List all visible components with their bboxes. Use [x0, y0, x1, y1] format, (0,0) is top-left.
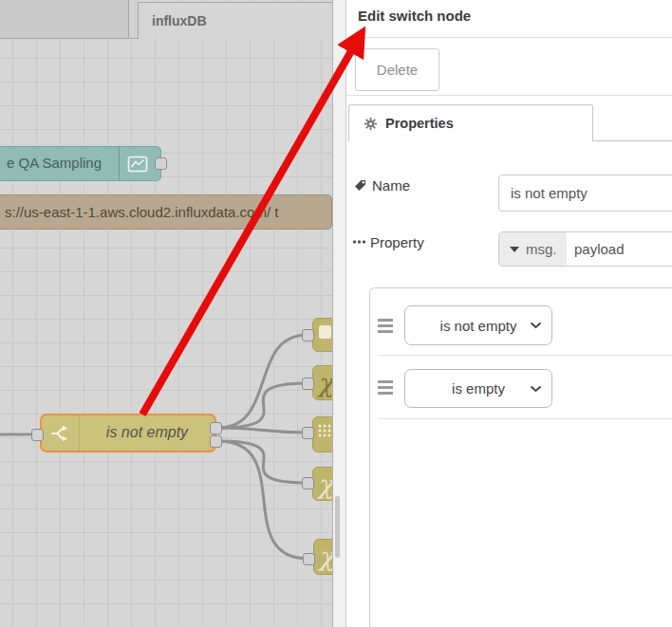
- switch-output-port-2[interactable]: [210, 435, 222, 448]
- gear-icon: [364, 117, 378, 131]
- switch-icon: [42, 415, 80, 451]
- ellipsis-icon: [352, 239, 367, 245]
- name-input[interactable]: [498, 175, 672, 212]
- flow-canvas[interactable]: influxDB e QA Sampling s://us-east-1-1.a…: [0, 0, 333, 627]
- chi-icon: χ: [318, 471, 333, 497]
- side-node-4-port[interactable]: [302, 477, 314, 489]
- side-node-1[interactable]: [312, 318, 333, 352]
- property-value-input[interactable]: payload: [567, 232, 625, 266]
- wire[interactable]: [218, 383, 308, 428]
- property-type-button[interactable]: msg.: [499, 232, 567, 266]
- switch-input-port[interactable]: [31, 429, 44, 441]
- property-typed-input: msg. payload: [498, 231, 672, 267]
- rule-operator-select-1[interactable]: is not empty: [404, 305, 552, 345]
- workspace-tab-gap: [129, 0, 138, 39]
- switch-node-label: is not empty: [80, 424, 215, 441]
- wire[interactable]: [218, 335, 308, 428]
- delete-button[interactable]: Delete: [355, 48, 439, 91]
- name-label: Name: [372, 177, 410, 194]
- workspace-tab-influxdb[interactable]: influxDB: [138, 2, 333, 39]
- workspace-tab-hidden[interactable]: [0, 0, 129, 39]
- dialog-title: Edit switch node: [358, 8, 471, 24]
- tab-properties-label: Properties: [385, 116, 454, 131]
- property-label: Property: [370, 234, 424, 250]
- tag-icon: [353, 178, 367, 193]
- influxdb-node[interactable]: s://us-east-1-1.aws.cloud2.influxdata.co…: [0, 194, 332, 230]
- chi-icon: χ: [318, 370, 333, 396]
- chart-node[interactable]: e QA Sampling: [0, 146, 161, 181]
- side-node-4[interactable]: χ: [312, 467, 333, 501]
- divider: [346, 95, 672, 96]
- side-node-2[interactable]: χ: [312, 365, 333, 400]
- chevron-down-icon: [530, 322, 542, 329]
- wire-layer: [0, 0, 333, 627]
- side-node-2-port[interactable]: [302, 378, 314, 390]
- wire[interactable]: [218, 441, 308, 559]
- wire[interactable]: [218, 428, 308, 433]
- property-type-label: msg.: [526, 241, 557, 257]
- rules-container: is not empty is empty: [369, 287, 672, 627]
- chi-icon: χ: [319, 544, 333, 569]
- drag-handle-icon[interactable]: [378, 319, 393, 336]
- chart-icon: [119, 147, 155, 180]
- chart-node-label: e QA Sampling: [7, 155, 102, 171]
- side-node-3[interactable]: [312, 416, 333, 452]
- chart-node-output-port[interactable]: [155, 157, 167, 170]
- caret-down-icon: [510, 247, 519, 252]
- rule-operator-select-2[interactable]: is empty: [404, 369, 552, 408]
- side-node-5[interactable]: χ: [313, 539, 333, 575]
- dotted-split-icon: [317, 423, 333, 448]
- chevron-down-icon: [530, 385, 542, 393]
- rule-operator-label: is not empty: [440, 318, 517, 334]
- switch-node-selected[interactable]: is not empty: [40, 414, 216, 452]
- box-arrow-icon: [318, 324, 333, 347]
- influxdb-node-label: s://us-east-1-1.aws.cloud2.influxdata.co…: [5, 204, 278, 220]
- workspace-tab-label: influxDB: [152, 13, 207, 28]
- canvas-scrollbar-thumb[interactable]: [335, 496, 340, 558]
- drag-handle-icon[interactable]: [378, 380, 393, 397]
- tab-baseline: [593, 140, 672, 141]
- side-node-5-port[interactable]: [303, 553, 315, 565]
- edit-dialog: Edit switch node Delete Properties Name …: [345, 0, 672, 627]
- rule-separator: [378, 418, 672, 419]
- side-node-1-port[interactable]: [302, 329, 314, 341]
- tab-properties[interactable]: Properties: [348, 104, 593, 141]
- wire[interactable]: [218, 441, 308, 483]
- side-node-3-port[interactable]: [302, 427, 314, 439]
- rule-separator: [378, 355, 672, 356]
- divider: [346, 37, 672, 38]
- rule-operator-label: is empty: [452, 380, 505, 396]
- switch-output-port-1[interactable]: [210, 422, 222, 434]
